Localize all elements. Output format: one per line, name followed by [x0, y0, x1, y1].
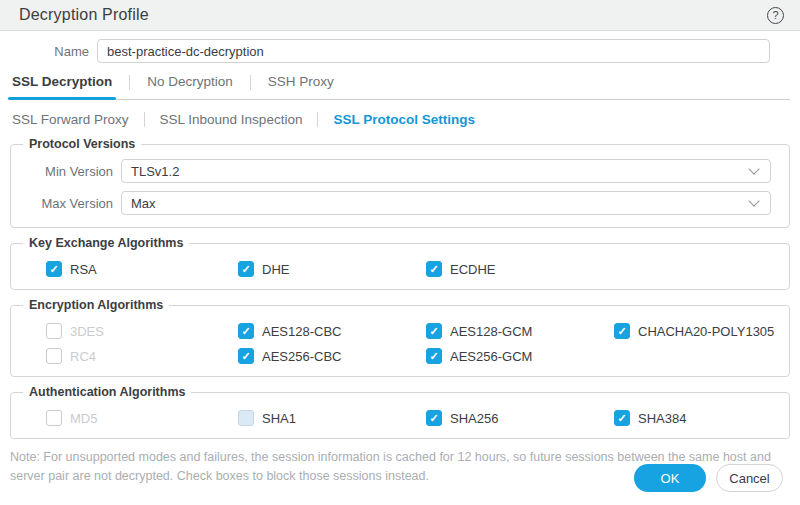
checkbox-icon	[238, 323, 254, 339]
dialog-header: Decryption Profile ?	[0, 0, 800, 31]
encryption-legend: Encryption Algorithms	[23, 298, 169, 312]
authentication-grid: MD5 SHA1 SHA256 SHA384	[11, 405, 789, 428]
checkbox-rc4[interactable]: RC4	[46, 348, 238, 364]
checkbox-icon	[46, 410, 62, 426]
key-exchange-section: Key Exchange Algorithms RSA DHE ECDHE	[10, 236, 790, 290]
checkbox-label: CHACHA20-POLY1305	[638, 324, 774, 339]
checkbox-sha1[interactable]: SHA1	[238, 410, 426, 426]
max-version-label: Max Version	[11, 196, 121, 211]
subtab-ssl-inbound-inspection[interactable]: SSL Inbound Inspection	[160, 112, 303, 127]
subtab-ssl-protocol-settings[interactable]: SSL Protocol Settings	[333, 112, 475, 127]
checkbox-label: 3DES	[70, 324, 104, 339]
checkbox-label: AES256-CBC	[262, 349, 341, 364]
checkbox-sha384[interactable]: SHA384	[614, 410, 789, 426]
name-input[interactable]	[97, 39, 770, 63]
page-title: Decryption Profile	[19, 6, 149, 24]
ok-button[interactable]: OK	[634, 464, 706, 492]
checkbox-label: RC4	[70, 349, 96, 364]
min-version-row: Min Version TLSv1.2	[11, 157, 789, 185]
name-row: Name	[0, 31, 800, 67]
decryption-profile-dialog: Decryption Profile ? Name SSL Decryption…	[0, 0, 800, 486]
max-version-select[interactable]: Max	[121, 191, 771, 215]
tab-ssh-proxy[interactable]: SSH Proxy	[266, 70, 336, 98]
checkbox-icon	[238, 410, 254, 426]
key-exchange-legend: Key Exchange Algorithms	[23, 236, 189, 250]
tab-no-decryption[interactable]: No Decryption	[145, 70, 235, 98]
checkbox-aes128-cbc[interactable]: AES128-CBC	[238, 323, 426, 339]
chevron-down-icon	[748, 163, 759, 174]
checkbox-icon	[426, 261, 442, 277]
checkbox-chacha20-poly1305[interactable]: CHACHA20-POLY1305	[614, 323, 789, 339]
checkbox-rsa[interactable]: RSA	[46, 261, 238, 277]
min-version-select[interactable]: TLSv1.2	[121, 159, 771, 183]
checkbox-icon	[46, 348, 62, 364]
dialog-footer: OK Cancel	[634, 464, 783, 492]
cancel-button[interactable]: Cancel	[716, 464, 783, 492]
name-label: Name	[0, 44, 97, 59]
sub-tabbar: SSL Forward Proxy SSL Inbound Inspection…	[12, 109, 790, 129]
min-version-value: TLSv1.2	[131, 164, 179, 179]
checkbox-aes256-gcm[interactable]: AES256-GCM	[426, 348, 614, 364]
protocol-versions-legend: Protocol Versions	[23, 137, 141, 151]
checkbox-label: MD5	[70, 411, 97, 426]
subtab-ssl-forward-proxy[interactable]: SSL Forward Proxy	[12, 112, 129, 127]
checkbox-label: SHA256	[450, 411, 498, 426]
checkbox-icon	[46, 323, 62, 339]
encryption-section: Encryption Algorithms 3DES AES128-CBC AE…	[10, 298, 790, 377]
help-icon[interactable]: ?	[767, 7, 784, 24]
subtab-separator	[144, 112, 145, 127]
checkbox-label: SHA384	[638, 411, 686, 426]
max-version-value: Max	[131, 196, 156, 211]
encryption-grid: 3DES AES128-CBC AES128-GCM CHACHA20-POLY…	[11, 318, 789, 366]
checkbox-aes256-cbc[interactable]: AES256-CBC	[238, 348, 426, 364]
checkbox-icon	[426, 348, 442, 364]
checkbox-label: SHA1	[262, 411, 296, 426]
min-version-label: Min Version	[11, 164, 121, 179]
checkbox-icon	[238, 348, 254, 364]
checkbox-label: AES128-GCM	[450, 324, 532, 339]
checkbox-label: DHE	[262, 262, 289, 277]
chevron-down-icon	[748, 195, 759, 206]
authentication-section: Authentication Algorithms MD5 SHA1 SHA25…	[10, 385, 790, 439]
checkbox-icon	[426, 323, 442, 339]
checkbox-icon	[426, 410, 442, 426]
checkbox-icon	[238, 261, 254, 277]
max-version-row: Max Version Max	[11, 189, 789, 217]
checkbox-aes128-gcm[interactable]: AES128-GCM	[426, 323, 614, 339]
checkbox-3des[interactable]: 3DES	[46, 323, 238, 339]
key-exchange-grid: RSA DHE ECDHE	[11, 256, 789, 279]
checkbox-dhe[interactable]: DHE	[238, 261, 426, 277]
subtab-separator	[317, 112, 318, 127]
checkbox-md5[interactable]: MD5	[46, 410, 238, 426]
main-tabbar: SSL Decryption No Decryption SSH Proxy	[10, 69, 790, 100]
checkbox-label: RSA	[70, 262, 97, 277]
tab-ssl-decryption[interactable]: SSL Decryption	[10, 70, 114, 98]
checkbox-ecdhe[interactable]: ECDHE	[426, 261, 614, 277]
protocol-versions-section: Protocol Versions Min Version TLSv1.2 Ma…	[10, 137, 790, 228]
checkbox-icon	[46, 261, 62, 277]
checkbox-icon	[614, 323, 630, 339]
checkbox-icon	[614, 410, 630, 426]
checkbox-label: ECDHE	[450, 262, 496, 277]
authentication-legend: Authentication Algorithms	[23, 385, 191, 399]
tab-separator	[250, 75, 251, 90]
checkbox-label: AES128-CBC	[262, 324, 341, 339]
checkbox-sha256[interactable]: SHA256	[426, 410, 614, 426]
tab-separator	[129, 75, 130, 90]
checkbox-label: AES256-GCM	[450, 349, 532, 364]
